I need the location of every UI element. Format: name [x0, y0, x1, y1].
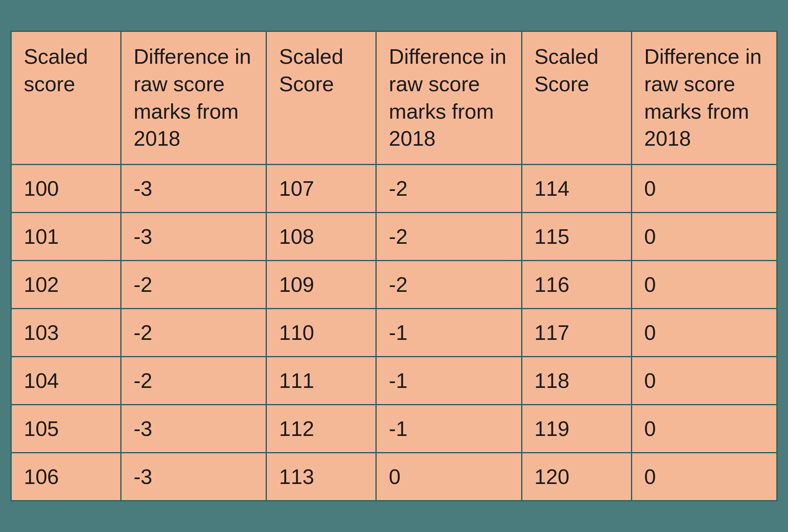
cell-diff-2-3: -1 [376, 308, 522, 356]
cell-scaled-1-5: 105 [11, 404, 121, 452]
cell-diff-3-1: 0 [631, 212, 777, 260]
cell-scaled-1-3: 103 [11, 308, 121, 356]
cell-diff-2-5: -1 [376, 404, 522, 452]
cell-scaled-1-2: 102 [11, 260, 121, 308]
header-scaled-score-1: Scaled score [11, 31, 121, 164]
scores-table: Scaled score Difference in raw score mar… [10, 31, 778, 501]
page-wrapper: Scaled score Difference in raw score mar… [0, 0, 788, 532]
cell-diff-3-5: 0 [631, 404, 777, 452]
table-row: 102-2109-21160 [11, 260, 777, 308]
cell-diff-1-5: -3 [121, 404, 266, 452]
cell-diff-2-0: -2 [376, 164, 522, 212]
header-row: Scaled score Difference in raw score mar… [11, 31, 777, 164]
cell-scaled-3-0: 114 [522, 164, 631, 212]
table-row: 101-3108-21150 [11, 212, 777, 260]
cell-scaled-2-6: 113 [266, 452, 376, 501]
cell-diff-3-3: 0 [631, 308, 777, 356]
cell-diff-1-4: -2 [121, 356, 266, 404]
cell-diff-3-6: 0 [631, 452, 777, 501]
cell-diff-2-2: -2 [376, 260, 522, 308]
table-row: 106-311301200 [11, 452, 777, 501]
cell-diff-2-6: 0 [376, 452, 522, 501]
table-row: 105-3112-11190 [11, 404, 777, 452]
cell-diff-2-4: -1 [376, 356, 522, 404]
table-row: 100-3107-21140 [11, 164, 777, 212]
header-diff-1: Difference in raw score marks from 2018 [121, 31, 266, 164]
cell-scaled-3-4: 118 [522, 356, 631, 404]
cell-diff-1-6: -3 [121, 452, 266, 501]
cell-diff-1-3: -2 [121, 308, 266, 356]
cell-diff-3-2: 0 [631, 260, 777, 308]
cell-scaled-3-2: 116 [522, 260, 631, 308]
cell-scaled-2-0: 107 [266, 164, 376, 212]
cell-scaled-2-2: 109 [266, 260, 376, 308]
cell-diff-1-2: -2 [121, 260, 266, 308]
cell-diff-1-0: -3 [121, 164, 266, 212]
cell-scaled-1-1: 101 [11, 212, 121, 260]
cell-diff-2-1: -2 [376, 212, 522, 260]
cell-scaled-3-5: 119 [522, 404, 631, 452]
header-scaled-score-3: Scaled Score [522, 31, 631, 164]
cell-diff-3-4: 0 [631, 356, 777, 404]
cell-scaled-2-1: 108 [266, 212, 376, 260]
cell-scaled-3-3: 117 [522, 308, 631, 356]
cell-scaled-2-5: 112 [266, 404, 376, 452]
header-scaled-score-2: Scaled Score [266, 31, 376, 164]
header-diff-3: Difference in raw score marks from 2018 [631, 31, 777, 164]
cell-scaled-1-4: 104 [11, 356, 121, 404]
cell-diff-3-0: 0 [631, 164, 777, 212]
table-row: 104-2111-11180 [11, 356, 777, 404]
cell-scaled-2-4: 111 [266, 356, 376, 404]
cell-scaled-1-0: 100 [11, 164, 121, 212]
table-row: 103-2110-11170 [11, 308, 777, 356]
cell-diff-1-1: -3 [121, 212, 266, 260]
cell-scaled-1-6: 106 [11, 452, 121, 501]
cell-scaled-2-3: 110 [266, 308, 376, 356]
header-diff-2: Difference in raw score marks from 2018 [376, 31, 522, 164]
cell-scaled-3-1: 115 [522, 212, 631, 260]
cell-scaled-3-6: 120 [522, 452, 631, 501]
